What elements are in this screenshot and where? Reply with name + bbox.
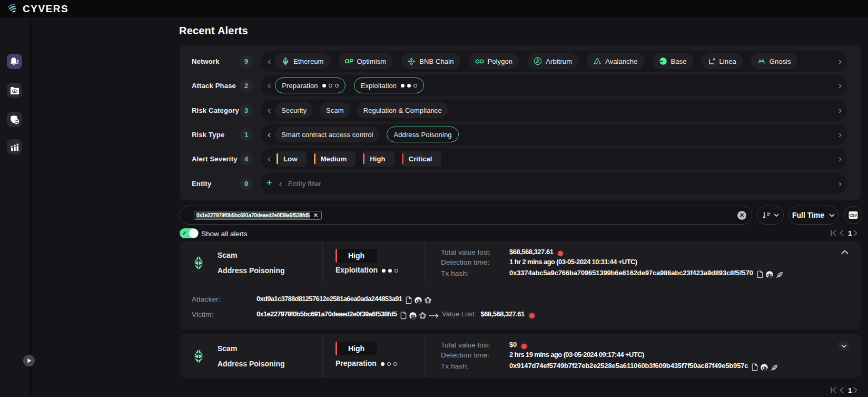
svg-text:1: 1 [848, 229, 852, 237]
svg-text:1: 1 [848, 386, 852, 394]
svg-text:CSV: CSV [850, 214, 857, 217]
